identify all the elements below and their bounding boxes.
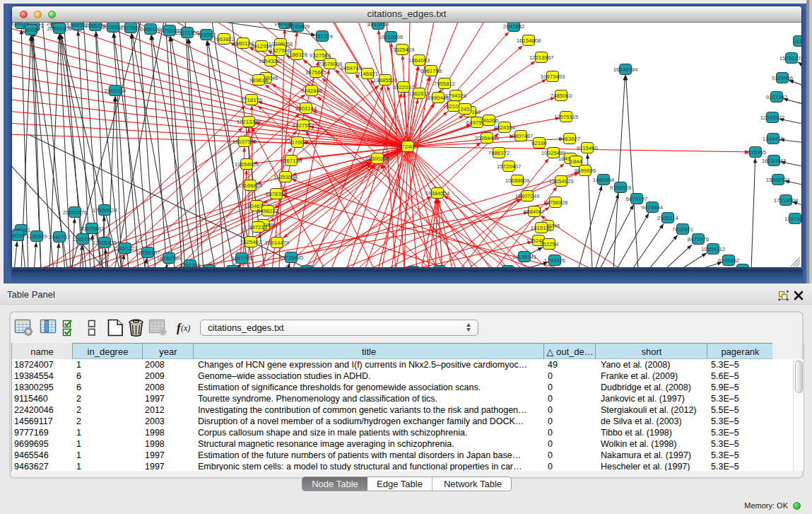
svg-text:989618: 989618: [249, 77, 268, 83]
svg-text:9242848: 9242848: [301, 88, 322, 94]
svg-text:12213389: 12213389: [237, 119, 261, 125]
svg-text:15751074: 15751074: [779, 55, 801, 62]
svg-text:23676068: 23676068: [318, 61, 343, 67]
svg-text:1640954: 1640954: [593, 177, 615, 183]
svg-text:2087682: 2087682: [503, 23, 524, 30]
svg-text:18724007: 18724007: [396, 144, 420, 150]
svg-text:8267130: 8267130: [281, 158, 302, 164]
svg-text:252254: 252254: [540, 241, 559, 247]
svg-text:11353594: 11353594: [273, 174, 298, 180]
svg-text:16914479: 16914479: [265, 240, 290, 246]
svg-text:7485063: 7485063: [551, 93, 572, 99]
svg-text:12093572: 12093572: [760, 115, 785, 121]
svg-text:9245652: 9245652: [718, 257, 739, 264]
svg-text:1844: 1844: [570, 158, 582, 165]
svg-text:1112: 1112: [794, 38, 801, 45]
svg-text:19384554: 19384554: [425, 190, 450, 197]
svg-text:10688609: 10688609: [505, 177, 530, 184]
svg-text:8813054: 8813054: [367, 23, 389, 28]
svg-text:15692971: 15692971: [766, 177, 791, 183]
svg-text:17957223: 17957223: [113, 245, 138, 252]
svg-text:19756928: 19756928: [543, 199, 568, 206]
svg-text:9358928: 9358928: [610, 185, 631, 191]
svg-text:5498222: 5498222: [257, 208, 278, 214]
svg-text:9146821: 9146821: [357, 71, 378, 77]
svg-text:7663822: 7663822: [213, 36, 235, 42]
svg-text:10654112: 10654112: [701, 246, 725, 252]
svg-text:2718176: 2718176: [241, 97, 262, 103]
svg-text:8427552: 8427552: [293, 122, 314, 129]
svg-text:187213: 187213: [249, 224, 267, 230]
svg-text:7955812: 7955812: [434, 81, 455, 87]
svg-text:13325419: 13325419: [390, 47, 415, 53]
svg-text:1244415: 1244415: [763, 136, 784, 142]
svg-text:8471676: 8471676: [688, 236, 709, 243]
svg-text:6679197: 6679197: [626, 196, 647, 202]
svg-text:12213967: 12213967: [529, 54, 554, 61]
svg-text:1527602: 1527602: [120, 25, 141, 31]
svg-text:19166829: 19166829: [238, 182, 263, 189]
svg-text:1615132: 1615132: [531, 225, 552, 231]
svg-text:1145194: 1145194: [72, 236, 93, 243]
svg-text:16543382: 16543382: [259, 58, 283, 64]
svg-text:16671355: 16671355: [175, 30, 200, 36]
svg-text:16648784: 16648784: [613, 66, 638, 73]
svg-text:12975115: 12975115: [554, 114, 579, 120]
svg-text:2935114: 2935114: [657, 215, 678, 221]
svg-text:1292346: 1292346: [180, 262, 201, 267]
svg-text:19654923: 19654923: [549, 178, 574, 185]
svg-text:9474444: 9474444: [642, 204, 664, 211]
svg-text:3822037: 3822037: [393, 84, 414, 90]
svg-text:2905334: 2905334: [105, 88, 126, 94]
svg-text:9457791: 9457791: [231, 255, 252, 262]
svg-text:19654923: 19654923: [235, 161, 259, 168]
svg-text:1733426: 1733426: [544, 257, 565, 264]
svg-text:924503: 924503: [734, 267, 752, 267]
svg-text:62160: 62160: [531, 140, 547, 146]
svg-text:9115460: 9115460: [577, 145, 598, 151]
svg-text:16210643: 16210643: [762, 158, 787, 164]
svg-text:20364436: 20364436: [475, 135, 500, 141]
svg-text:18807249: 18807249: [515, 193, 540, 199]
svg-text:8215955: 8215955: [745, 149, 767, 156]
svg-text:7357224: 7357224: [312, 33, 334, 40]
svg-text:18300295: 18300295: [365, 156, 390, 162]
svg-text:3675685: 3675685: [305, 69, 327, 76]
svg-text:16782759: 16782759: [157, 255, 182, 262]
svg-text:2942737: 2942737: [49, 234, 70, 240]
svg-text:15720407: 15720407: [497, 163, 522, 170]
svg-text:6961758: 6961758: [420, 68, 442, 74]
svg-text:17016504: 17016504: [774, 197, 799, 204]
svg-text:14136141: 14136141: [512, 254, 537, 260]
svg-text:9884067: 9884067: [524, 209, 545, 215]
svg-text:9227342: 9227342: [766, 94, 787, 100]
svg-text:9329966: 9329966: [772, 75, 793, 81]
svg-text:10973493: 10973493: [541, 74, 565, 80]
svg-text:(x): (x): [181, 323, 190, 333]
svg-text:17359924: 17359924: [93, 207, 117, 214]
svg-text:245: 245: [460, 106, 470, 112]
svg-text:2803144: 2803144: [295, 105, 317, 112]
svg-text:417004: 417004: [288, 139, 307, 146]
svg-text:9327508: 9327508: [310, 52, 331, 59]
svg-text:16033809: 16033809: [286, 23, 310, 30]
svg-text:8186328: 8186328: [286, 52, 307, 58]
svg-text:6794028: 6794028: [445, 93, 466, 99]
svg-text:8878352: 8878352: [266, 191, 287, 197]
svg-text:10807487: 10807487: [509, 133, 534, 139]
svg-text:3824554: 3824554: [494, 124, 516, 131]
svg-text:9463627: 9463627: [559, 136, 580, 142]
svg-text:39159: 39159: [12, 233, 25, 239]
svg-text:20975867: 20975867: [80, 226, 105, 232]
svg-text:16154808: 16154808: [517, 37, 541, 44]
svg-text:16107552: 16107552: [233, 139, 257, 145]
svg-text:746266: 746266: [480, 117, 498, 124]
svg-text:7886372: 7886372: [488, 150, 510, 156]
svg-text:7632621: 7632621: [672, 226, 693, 233]
svg-text:140557: 140557: [22, 27, 40, 33]
svg-text:19218506: 19218506: [379, 34, 404, 40]
svg-text:1156829: 1156829: [26, 233, 47, 240]
svg-text:20206576: 20206576: [63, 209, 88, 216]
svg-text:7625402: 7625402: [240, 239, 261, 245]
svg-text:1167533: 1167533: [784, 216, 801, 222]
